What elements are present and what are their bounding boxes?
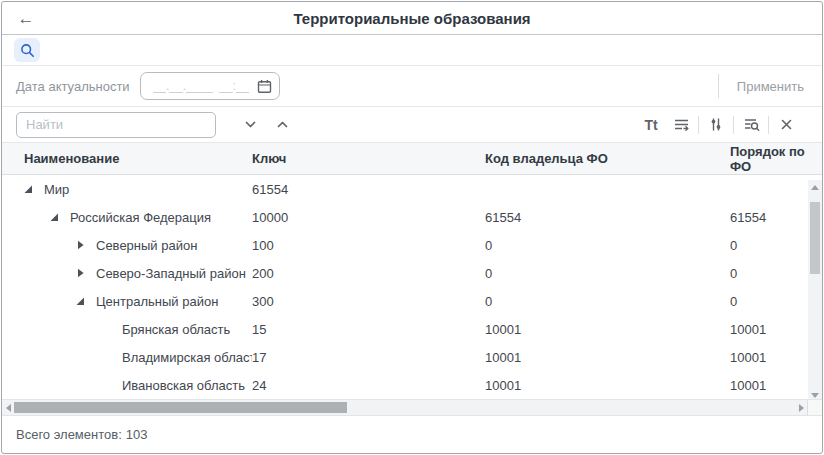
search-in-found-button[interactable] [669, 113, 693, 137]
back-button[interactable]: ← [14, 7, 38, 31]
row-owner_code-value: 10001 [485, 350, 730, 365]
territorial-formations-window: ← Территориальные образования Дата актуа… [1, 1, 823, 454]
column-header-owner[interactable]: Код владельца ФО [485, 151, 730, 166]
row-order-value: 10001 [730, 378, 810, 393]
expand-toggle-icon[interactable] [74, 240, 86, 250]
page-title: Территориальные образования [2, 10, 822, 27]
tree-row[interactable]: Северо-Западный район20000 [2, 259, 810, 287]
scroll-down-arrow-icon[interactable] [811, 393, 819, 398]
date-label: Дата актуальности [16, 79, 130, 94]
search-toggle-button[interactable] [14, 38, 40, 62]
row-name-label: Северо-Западный район [96, 266, 246, 281]
tree-row[interactable]: Северный район10000 [2, 231, 810, 259]
scroll-left-arrow-icon[interactable] [6, 404, 11, 412]
row-name-label: Владимирская область [122, 350, 252, 365]
row-order-value: 0 [730, 294, 810, 309]
collapse-toggle-icon[interactable] [74, 296, 86, 306]
row-owner_code-value: 10001 [485, 322, 730, 337]
toolbar-divider [733, 116, 734, 134]
scroll-up-arrow-icon[interactable] [811, 185, 819, 190]
match-case-icon: Tt [644, 117, 657, 133]
total-elements-label: Всего элементов: [16, 427, 122, 442]
vertical-scrollbar[interactable] [808, 180, 822, 404]
horizontal-scrollbar-thumb[interactable] [14, 402, 347, 413]
clear-search-button[interactable] [774, 113, 798, 137]
tree-row[interactable]: Российская Федерация100006155461554 [2, 203, 810, 231]
row-key-value: 61554 [252, 182, 485, 197]
collapse-toggle-icon[interactable] [22, 184, 34, 194]
expand-toggle-icon[interactable] [74, 268, 86, 278]
row-owner_code-value: 0 [485, 238, 730, 253]
find-row: Tt [2, 107, 822, 143]
column-header-key[interactable]: Ключ [252, 151, 485, 166]
find-next-button[interactable] [238, 113, 262, 137]
search-toggle-row [2, 35, 822, 66]
table-body: Мир61554Российская Федерация100006155461… [2, 175, 810, 399]
row-key-value: 200 [252, 266, 485, 281]
column-header-order[interactable]: Порядок по ФО [730, 144, 822, 174]
row-order-value: 10001 [730, 322, 810, 337]
tree-row[interactable]: Центральный район30000 [2, 287, 810, 315]
row-order-value: 61554 [730, 210, 810, 225]
chevron-up-icon [276, 118, 289, 131]
horizontal-scrollbar[interactable] [2, 399, 822, 416]
row-name-label: Центральный район [96, 294, 218, 309]
column-header-name[interactable]: Наименование [2, 151, 252, 166]
lines-arrow-icon [673, 117, 690, 132]
total-elements-count: 103 [126, 427, 148, 442]
row-name-label: Брянская область [122, 322, 230, 337]
title-bar: ← Территориальные образования [2, 2, 822, 35]
match-case-button[interactable]: Tt [639, 113, 663, 137]
back-arrow-icon: ← [18, 9, 35, 29]
tree-row[interactable]: Мир61554 [2, 175, 810, 203]
scroll-right-arrow-icon[interactable] [799, 404, 804, 412]
row-key-value: 24 [252, 378, 485, 393]
tree-row[interactable]: Владимирская область171000110001 [2, 343, 810, 371]
row-order-value: 0 [730, 238, 810, 253]
row-name-label: Российская Федерация [70, 210, 211, 225]
row-owner_code-value: 0 [485, 266, 730, 281]
show-results-button[interactable] [739, 113, 763, 137]
toolbar-divider [768, 116, 769, 134]
search-icon [20, 43, 35, 58]
row-key-value: 17 [252, 350, 485, 365]
list-search-icon [743, 117, 760, 132]
sliders-icon [709, 117, 723, 132]
table-header: Наименование Ключ Код владельца ФО Поряд… [2, 143, 822, 175]
row-owner_code-value: 61554 [485, 210, 730, 225]
row-key-value: 100 [252, 238, 485, 253]
row-name-label: Ивановская область [122, 378, 245, 393]
row-order-value: 10001 [730, 350, 810, 365]
toolbar-divider [698, 116, 699, 134]
tree-row[interactable]: Ивановская область241000110001 [2, 371, 810, 399]
calendar-icon[interactable] [257, 79, 272, 94]
row-key-value: 10000 [252, 210, 485, 225]
row-name-label: Мир [44, 182, 69, 197]
row-owner_code-value: 10001 [485, 378, 730, 393]
date-input-wrapper [140, 72, 280, 100]
row-key-value: 15 [252, 322, 485, 337]
row-order-value: 0 [730, 266, 810, 281]
collapse-toggle-icon[interactable] [48, 212, 60, 222]
row-name-label: Северный район [96, 238, 197, 253]
date-input[interactable] [151, 78, 251, 94]
filter-settings-button[interactable] [704, 113, 728, 137]
vertical-scrollbar-thumb[interactable] [810, 202, 820, 274]
chevron-down-icon [244, 118, 257, 131]
find-input[interactable] [16, 112, 216, 138]
find-prev-button[interactable] [270, 113, 294, 137]
status-bar: Всего элементов: 103 [2, 416, 822, 452]
scrollbar-corner [807, 400, 822, 415]
tree-row[interactable]: Брянская область151000110001 [2, 315, 810, 343]
date-filter-row: Дата актуальности Применить [2, 66, 822, 107]
apply-button[interactable]: Применить [719, 79, 822, 94]
row-key-value: 300 [252, 294, 485, 309]
close-icon [780, 118, 793, 131]
row-owner_code-value: 0 [485, 294, 730, 309]
